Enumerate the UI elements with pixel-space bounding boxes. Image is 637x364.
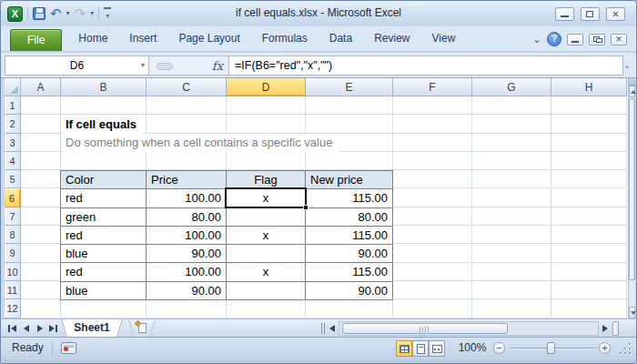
cell-C12[interactable] — [147, 299, 227, 318]
cell-A5[interactable] — [21, 170, 61, 188]
macro-record-icon[interactable] — [61, 342, 76, 354]
name-box[interactable]: D6 ▾ — [5, 56, 149, 76]
insert-function-icon[interactable]: fx — [212, 57, 223, 76]
cell-D2[interactable] — [227, 115, 306, 133]
cell-E1[interactable] — [306, 96, 393, 115]
cell-G2[interactable] — [472, 115, 551, 133]
zoom-in-icon[interactable]: + — [599, 342, 611, 354]
row-header-11[interactable]: 11 — [5, 281, 21, 299]
next-sheet-icon[interactable] — [34, 323, 46, 334]
cell-F5[interactable] — [393, 170, 472, 188]
cell-H7[interactable] — [551, 207, 627, 226]
column-header-B[interactable]: B — [61, 78, 147, 96]
row-header-7[interactable]: 7 — [5, 207, 21, 226]
cell-H8[interactable] — [551, 226, 627, 244]
fill-handle[interactable] — [303, 205, 308, 210]
cell-A8[interactable] — [21, 226, 61, 244]
horizontal-scrollbar[interactable] — [339, 321, 599, 336]
tab-scrollbar-splitter[interactable] — [321, 323, 325, 334]
cell-D10-value[interactable]: x — [227, 263, 306, 281]
row-header-5[interactable]: 5 — [5, 170, 21, 188]
workbook-minimize-icon[interactable] — [567, 34, 583, 46]
cell-B12[interactable] — [61, 299, 147, 318]
expand-ribbon-icon[interactable]: ⌄ — [532, 33, 541, 46]
column-header-E[interactable]: E — [306, 78, 393, 96]
row-header-12[interactable]: 12 — [5, 299, 21, 318]
cell-F8[interactable] — [393, 226, 472, 244]
table-header-price[interactable]: Price — [147, 171, 227, 189]
cell-F10[interactable] — [393, 263, 472, 281]
cell-E2[interactable] — [306, 115, 393, 133]
resize-grip[interactable] — [619, 342, 631, 354]
cell-C2[interactable] — [147, 115, 227, 133]
ribbon-tab-formulas[interactable]: Formulas — [251, 26, 318, 51]
table-header-new-price[interactable]: New price — [306, 171, 393, 189]
scroll-left-icon[interactable] — [326, 322, 338, 335]
cell-F3[interactable] — [393, 134, 472, 152]
cell-C11-value[interactable]: 90.00 — [147, 282, 227, 300]
row-header-8[interactable]: 8 — [5, 226, 21, 244]
close-icon[interactable]: ✕ — [606, 7, 625, 21]
row-header-9[interactable]: 9 — [5, 244, 21, 262]
normal-view-button[interactable] — [396, 340, 412, 357]
cell-F4[interactable] — [393, 152, 472, 170]
cell-G7[interactable] — [472, 207, 551, 226]
cell-G9[interactable] — [472, 244, 551, 262]
sheet-tab-sheet1[interactable]: Sheet1 — [61, 319, 123, 338]
cell-D8-value[interactable]: x — [227, 227, 306, 245]
cell-A11[interactable] — [21, 281, 61, 299]
cell-A7[interactable] — [21, 207, 61, 226]
cell-G10[interactable] — [472, 263, 551, 281]
workbook-close-icon[interactable]: ✕ — [611, 34, 627, 46]
ribbon-tab-page-layout[interactable]: Page Layout — [167, 26, 250, 51]
cell-D7-value[interactable] — [227, 208, 306, 227]
cell-H9[interactable] — [551, 244, 627, 262]
cell-D9-value[interactable] — [227, 245, 306, 263]
cell-H6[interactable] — [551, 189, 627, 207]
cell-H5[interactable] — [551, 170, 627, 188]
cell-A1[interactable] — [21, 96, 61, 115]
cell-G5[interactable] — [472, 170, 551, 188]
column-header-H[interactable]: H — [551, 78, 627, 96]
cell-E6-value[interactable]: 115.00 — [306, 189, 393, 207]
zoom-level[interactable]: 100% — [454, 338, 490, 359]
cell-C6-value[interactable]: 100.00 — [147, 189, 227, 207]
name-box-dropdown-icon[interactable]: ▾ — [141, 56, 145, 75]
row-header-2[interactable]: 2 — [5, 115, 21, 133]
minimize-icon[interactable] — [555, 7, 574, 21]
cell-C7-value[interactable]: 80.00 — [147, 208, 227, 227]
scroll-right-icon[interactable] — [599, 322, 611, 335]
cell-E7-value[interactable]: 80.00 — [306, 208, 393, 227]
cell-H2[interactable] — [551, 115, 627, 133]
expand-formula-bar-icon[interactable]: ⌄ — [622, 56, 632, 76]
cell-H12[interactable] — [551, 299, 627, 318]
cell-G3[interactable] — [472, 134, 551, 152]
cell-G11[interactable] — [472, 281, 551, 299]
formula-input[interactable]: =IF(B6="red","x","") — [228, 56, 623, 76]
cell-E12[interactable] — [306, 299, 393, 318]
column-header-G[interactable]: G — [472, 78, 551, 96]
cell-A4[interactable] — [21, 152, 61, 170]
cell-H1[interactable] — [551, 96, 627, 115]
cell-F7[interactable] — [393, 207, 472, 226]
ribbon-tab-data[interactable]: Data — [318, 26, 363, 51]
cell-C4[interactable] — [147, 152, 227, 170]
cell-C8-value[interactable]: 100.00 — [147, 227, 227, 245]
scroll-down-icon[interactable] — [629, 307, 635, 318]
last-sheet-icon[interactable] — [47, 323, 59, 334]
splitter-handle[interactable] — [157, 63, 173, 70]
cell-A9[interactable] — [21, 244, 61, 262]
scroll-up-icon[interactable] — [629, 86, 635, 97]
cell-D11-value[interactable] — [227, 282, 306, 300]
row-header-10[interactable]: 10 — [5, 263, 21, 281]
prev-sheet-icon[interactable] — [20, 323, 32, 334]
cell-F12[interactable] — [393, 299, 472, 318]
row-header-3[interactable]: 3 — [5, 134, 21, 152]
cell-B9-value[interactable]: blue — [61, 245, 147, 263]
cell-F6[interactable] — [393, 189, 472, 207]
cell-D4[interactable] — [227, 152, 306, 170]
cell-A12[interactable] — [21, 299, 61, 318]
cell-B10-value[interactable]: red — [61, 263, 147, 281]
formula-bar-splitter[interactable]: fx — [149, 56, 228, 76]
column-header-C[interactable]: C — [147, 78, 227, 96]
